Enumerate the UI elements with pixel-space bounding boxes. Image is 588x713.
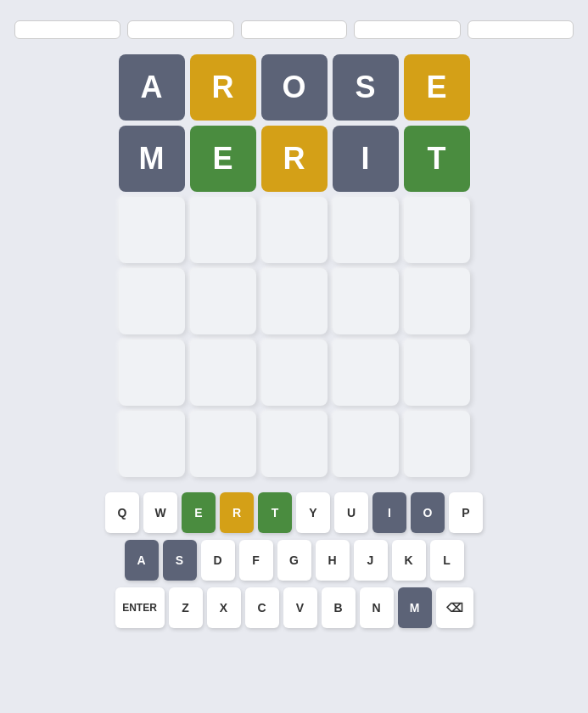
keyboard-row: QWERTYUIOP [105,492,483,533]
grid-row: MERIT [119,126,470,192]
key-z[interactable]: Z [169,587,203,628]
key-p[interactable]: P [449,492,483,533]
grid-cell [404,197,470,263]
key-f[interactable]: F [239,540,273,581]
grid-row [119,268,470,334]
grid-cell [261,411,328,477]
key-l[interactable]: L [430,540,464,581]
key-j[interactable]: J [354,540,388,581]
grid-cell: O [261,54,328,121]
grid-cell: M [119,126,185,192]
keyboard: QWERTYUIOPASDFGHJKLENTERZXCVBNM⌫ [105,492,483,628]
key-enter[interactable]: ENTER [115,587,165,628]
grid-cell [190,340,256,406]
app-container: AROSEMERIT QWERTYUIOPASDFGHJKLENTERZXCVB… [0,0,588,713]
key-⌫[interactable]: ⌫ [436,587,473,628]
key-r[interactable]: R [220,492,254,533]
grid-cell [333,411,399,477]
grid-cell [190,197,256,263]
grid-cell: E [404,54,470,121]
key-a[interactable]: A [125,540,159,581]
key-v[interactable]: V [283,587,317,628]
grid-cell [404,268,470,334]
key-t[interactable]: T [258,492,292,533]
previous-button[interactable] [127,20,234,39]
key-h[interactable]: H [316,540,350,581]
key-c[interactable]: C [245,587,279,628]
grid-row [119,411,470,477]
first-button[interactable] [14,20,121,39]
grid-cell [261,197,328,263]
choose-button[interactable] [241,20,348,39]
key-o[interactable]: O [411,492,445,533]
grid-cell [333,268,399,334]
keyboard-row: ENTERZXCVBNM⌫ [115,587,473,628]
key-i[interactable]: I [372,492,406,533]
grid-cell [119,268,185,334]
key-y[interactable]: Y [296,492,330,533]
grid-cell: I [333,126,399,192]
last-button[interactable] [468,20,574,39]
grid-cell: R [261,126,328,192]
grid-cell [404,411,470,477]
grid-row [119,340,470,406]
grid-cell [261,340,328,406]
grid-cell [404,340,470,406]
key-b[interactable]: B [322,587,356,628]
key-g[interactable]: G [277,540,311,581]
keyboard-row: ASDFGHJKL [125,540,464,581]
key-n[interactable]: N [360,587,394,628]
grid-cell [119,197,185,263]
grid-cell: T [404,126,470,192]
nav-bar [14,20,574,39]
grid-row: AROSE [119,54,470,121]
next-button[interactable] [354,20,461,39]
grid-cell: S [333,54,399,121]
grid-cell: A [119,54,185,121]
game-grid: AROSEMERIT [119,54,470,477]
grid-cell [119,340,185,406]
key-q[interactable]: Q [105,492,139,533]
grid-cell [333,340,399,406]
key-u[interactable]: U [334,492,368,533]
grid-cell: E [190,126,256,192]
grid-cell [190,268,256,334]
key-d[interactable]: D [201,540,235,581]
key-m[interactable]: M [398,587,432,628]
key-s[interactable]: S [163,540,197,581]
grid-row [119,197,470,263]
grid-cell [333,197,399,263]
grid-cell: R [190,54,256,121]
key-k[interactable]: K [392,540,426,581]
key-x[interactable]: X [207,587,241,628]
grid-cell [190,411,256,477]
key-w[interactable]: W [143,492,177,533]
grid-cell [119,411,185,477]
grid-cell [261,268,328,334]
key-e[interactable]: E [182,492,216,533]
